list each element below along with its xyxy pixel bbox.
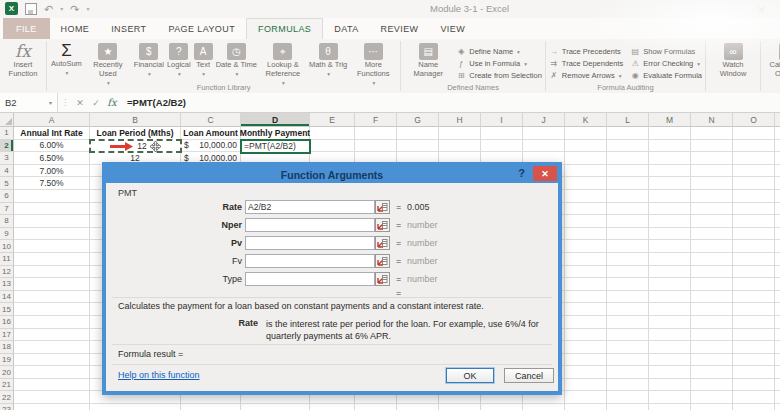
- row-header-9[interactable]: 9: [0, 228, 14, 241]
- cell-M7[interactable]: [649, 203, 691, 216]
- row-header-1[interactable]: 1: [0, 127, 14, 140]
- cell-N22[interactable]: [691, 391, 733, 404]
- range-selector-button[interactable]: [375, 272, 390, 286]
- column-header-G[interactable]: G: [397, 113, 439, 127]
- cell-M15[interactable]: [649, 303, 691, 316]
- cell-M12[interactable]: [649, 266, 691, 279]
- cell-A22[interactable]: [14, 391, 90, 404]
- selected-cell-overlay[interactable]: =PMT(A2/B2): [240, 139, 311, 154]
- cell-L10[interactable]: [607, 240, 649, 253]
- ribbon-remove-arrows-button[interactable]: ✗Remove Arrows▾: [549, 71, 623, 80]
- column-header-L[interactable]: L: [607, 113, 649, 127]
- cell-E1[interactable]: [310, 127, 355, 140]
- cell-O14[interactable]: [733, 291, 775, 304]
- cell-O5[interactable]: [733, 177, 775, 190]
- cell-O16[interactable]: [733, 316, 775, 329]
- cell-H23[interactable]: [439, 404, 481, 410]
- ribbon-recently-used-button[interactable]: ★Recently Used▾: [84, 42, 132, 87]
- cell-M13[interactable]: [649, 278, 691, 291]
- ribbon-lookup-reference-button[interactable]: ⌖Lookup & Reference▾: [259, 42, 307, 87]
- cell-K15[interactable]: [565, 303, 607, 316]
- cell-K1[interactable]: [565, 127, 607, 140]
- cell-O17[interactable]: [733, 329, 775, 342]
- cell-D1[interactable]: Monthly Payment: [241, 127, 310, 140]
- insert-function-icon[interactable]: fx: [104, 97, 120, 108]
- cell-K19[interactable]: [565, 354, 607, 367]
- cell-A14[interactable]: [14, 291, 90, 304]
- cell-B1[interactable]: Loan Period (Mths): [90, 127, 181, 140]
- cell-L2[interactable]: [607, 140, 649, 153]
- cell-O7[interactable]: [733, 203, 775, 216]
- cell-M4[interactable]: [649, 165, 691, 178]
- row-header-5[interactable]: 5: [0, 177, 14, 190]
- ribbon-use-in-formula-button[interactable]: ƒUse in Formula▾: [456, 59, 542, 68]
- cell-N3[interactable]: [691, 152, 733, 165]
- cell-A3[interactable]: 6.50%: [14, 152, 90, 165]
- cell-L17[interactable]: [607, 329, 649, 342]
- cancel-button[interactable]: Cancel: [504, 368, 554, 383]
- cell-O9[interactable]: [733, 228, 775, 241]
- argument-input-rate[interactable]: [245, 200, 375, 214]
- cell-K21[interactable]: [565, 379, 607, 392]
- cell-N8[interactable]: [691, 215, 733, 228]
- ribbon-trace-dependents-button[interactable]: ⇉Trace Dependents: [549, 59, 623, 68]
- tab-formulas[interactable]: FORMULAS: [246, 18, 323, 39]
- row-header-21[interactable]: 21: [0, 379, 14, 392]
- argument-input-fv[interactable]: [245, 254, 375, 268]
- cell-O6[interactable]: [733, 190, 775, 203]
- cell-K12[interactable]: [565, 266, 607, 279]
- row-header-19[interactable]: 19: [0, 354, 14, 367]
- cell-A18[interactable]: [14, 341, 90, 354]
- row-header-12[interactable]: 12: [0, 266, 14, 279]
- cell-K11[interactable]: [565, 253, 607, 266]
- insert-function-button[interactable]: fx Insert Function: [3, 42, 43, 80]
- cell-K10[interactable]: [565, 240, 607, 253]
- cell-A23[interactable]: [14, 404, 90, 410]
- cell-A8[interactable]: [14, 215, 90, 228]
- cell-G2[interactable]: [397, 140, 439, 153]
- ribbon-date-time-button[interactable]: ◷Date & Time▾: [215, 42, 258, 78]
- cell-M17[interactable]: [649, 329, 691, 342]
- formula-input[interactable]: =PMT(A2/B2): [127, 97, 186, 108]
- row-header-14[interactable]: 14: [0, 291, 14, 304]
- cell-M6[interactable]: [649, 190, 691, 203]
- cell-L8[interactable]: [607, 215, 649, 228]
- cell-O8[interactable]: [733, 215, 775, 228]
- cell-A6[interactable]: [14, 190, 90, 203]
- column-header-A[interactable]: A: [14, 113, 90, 127]
- range-selector-button[interactable]: [375, 236, 390, 250]
- cell-L3[interactable]: [607, 152, 649, 165]
- cell-L20[interactable]: [607, 366, 649, 379]
- row-header-13[interactable]: 13: [0, 278, 14, 291]
- tab-data[interactable]: DATA: [323, 18, 369, 39]
- row-header-18[interactable]: 18: [0, 341, 14, 354]
- cell-C23[interactable]: [181, 404, 241, 410]
- undo-icon[interactable]: ↶: [44, 4, 53, 14]
- row-header-17[interactable]: 17: [0, 329, 14, 342]
- ribbon-define-name-button[interactable]: ◈Define Name▾: [456, 47, 542, 56]
- cell-M5[interactable]: [649, 177, 691, 190]
- cell-N16[interactable]: [691, 316, 733, 329]
- ok-button[interactable]: OK: [446, 368, 494, 383]
- cell-L22[interactable]: [607, 391, 649, 404]
- ribbon-text-button[interactable]: AText▾: [193, 42, 214, 78]
- cell-N11[interactable]: [691, 253, 733, 266]
- tab-view[interactable]: VIEW: [429, 18, 476, 39]
- cell-L1[interactable]: [607, 127, 649, 140]
- tab-file[interactable]: FILE: [3, 18, 50, 39]
- cell-N5[interactable]: [691, 177, 733, 190]
- cell-K3[interactable]: [565, 152, 607, 165]
- cell-L14[interactable]: [607, 291, 649, 304]
- cell-K23[interactable]: [565, 404, 607, 410]
- cell-L15[interactable]: [607, 303, 649, 316]
- cell-A4[interactable]: 7.00%: [14, 165, 90, 178]
- cell-K8[interactable]: [565, 215, 607, 228]
- save-icon[interactable]: [25, 3, 37, 15]
- range-selector-button[interactable]: [375, 218, 390, 232]
- cell-B23[interactable]: [90, 404, 181, 410]
- argument-input-nper[interactable]: [245, 218, 375, 232]
- cell-M8[interactable]: [649, 215, 691, 228]
- cell-L13[interactable]: [607, 278, 649, 291]
- row-header-20[interactable]: 20: [0, 366, 14, 379]
- cell-A16[interactable]: [14, 316, 90, 329]
